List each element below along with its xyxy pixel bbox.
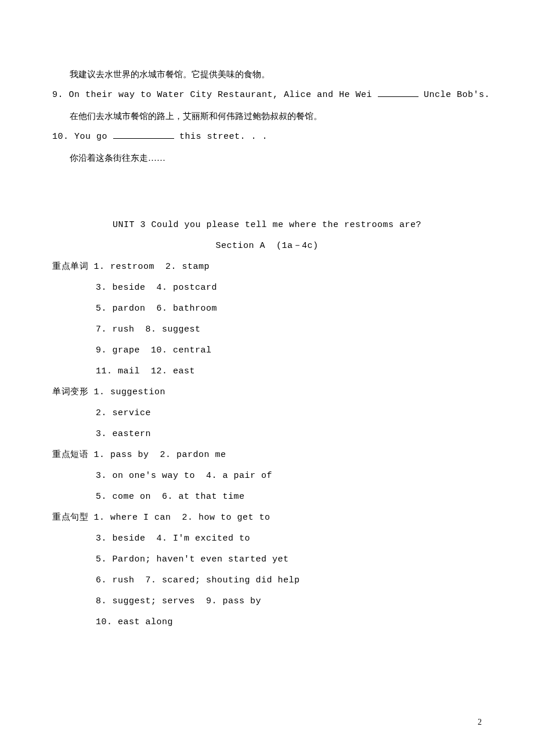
phrase-item: 1. pass by 2. pardon me [94, 450, 226, 460]
vocab-item: 7. rush 8. suggest [52, 319, 482, 340]
vocab-item: 1. restroom 2. stamp [94, 262, 210, 272]
phrase-row: 重点短语 1. pass by 2. pardon me [52, 445, 482, 466]
q10-translation: 你沿着这条街往东走…… [52, 147, 482, 168]
section-title: Section A (1a－4c) [52, 236, 482, 257]
phrase-label: 重点短语 [52, 450, 88, 460]
sentence-item: 3. beside 4. I'm excited to [52, 528, 482, 549]
q9-text-post: Uncle Bob's. [418, 90, 490, 100]
question-9: 9. On their way to Water City Restaurant… [52, 85, 482, 106]
sentence-label: 重点句型 [52, 513, 88, 523]
sentence-item: 1. where I can 2. how to get to [94, 513, 270, 523]
sentence-item: 8. suggest; serves 9. pass by [52, 591, 482, 612]
sentence-item: 6. rush 7. scared; shouting did help [52, 570, 482, 591]
sentence-item: 10. east along [52, 612, 482, 633]
vocab-item: 5. pardon 6. bathroom [52, 298, 482, 319]
vocab-item: 9. grape 10. central [52, 340, 482, 361]
vocab-item: 11. mail 12. east [52, 361, 482, 382]
q10-text-post: this street. . . [174, 132, 268, 142]
sentence-row: 重点句型 1. where I can 2. how to get to [52, 507, 482, 528]
question-10: 10. You go this street. . . [52, 127, 482, 147]
spacer [52, 168, 482, 215]
phrase-item: 3. on one's way to 4. a pair of [52, 466, 482, 487]
page-number: 2 [478, 718, 482, 727]
sentence-item: 5. Pardon; haven't even started yet [52, 549, 482, 570]
fill-blank [378, 88, 418, 97]
q9-text-pre: 9. On their way to Water City Restaurant… [52, 90, 378, 100]
vocab-item: 3. beside 4. postcard [52, 278, 482, 298]
form-item: 3. eastern [52, 424, 482, 445]
unit-title: UNIT 3 Could you please tell me where th… [52, 215, 482, 236]
fill-blank [113, 130, 174, 139]
phrase-item: 5. come on 6. at that time [52, 487, 482, 507]
form-row: 单词变形 1. suggestion [52, 382, 482, 403]
q10-text-pre: 10. You go [52, 132, 113, 142]
form-label: 单词变形 [52, 387, 88, 397]
q9-translation: 在他们去水城市餐馆的路上，艾丽斯和何伟路过鲍勃叔叔的餐馆。 [52, 106, 482, 127]
form-item: 1. suggestion [94, 387, 166, 397]
document-page: 我建议去水世界的水城市餐馆。它提供美味的食物。 9. On their way … [0, 0, 534, 633]
text-line: 我建议去水世界的水城市餐馆。它提供美味的食物。 [52, 64, 482, 85]
vocab-label: 重点单词 [52, 262, 88, 272]
vocab-row: 重点单词 1. restroom 2. stamp [52, 257, 482, 278]
form-item: 2. service [52, 403, 482, 424]
